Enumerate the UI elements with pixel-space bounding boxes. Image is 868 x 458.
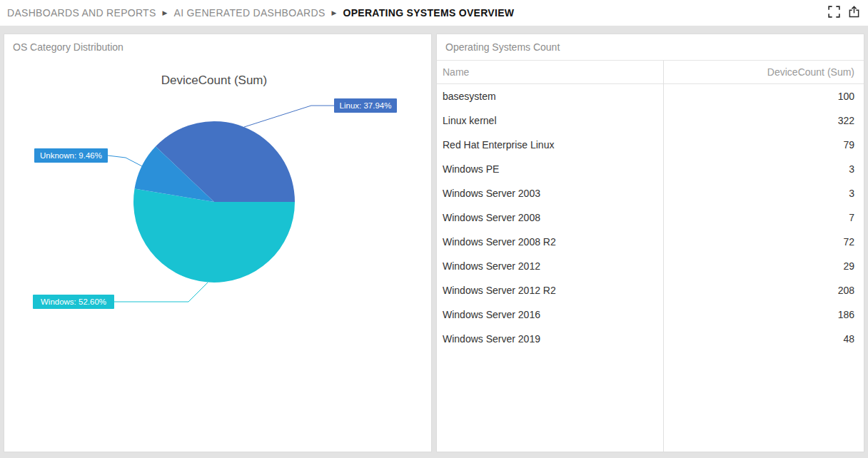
device-count-cell: 72 [663, 236, 864, 248]
breadcrumb-item-operating-systems-overview: OPERATING SYSTEMS OVERVIEW [343, 7, 514, 19]
table-row[interactable]: Linux kernel322 [437, 108, 864, 133]
os-category-distribution-panel: OS Category Distribution DeviceCount (Su… [4, 34, 432, 452]
device-count-cell: 7 [663, 212, 864, 223]
table-row[interactable]: Red Hat Enterprise Linux79 [437, 133, 864, 157]
device-count-cell: 29 [663, 260, 864, 272]
pie-chart-svg: DeviceCount (Sum) Linux: 37.94%Windows: … [4, 56, 431, 452]
table-row[interactable]: basesystem100 [437, 84, 864, 108]
device-count-cell: 208 [663, 285, 864, 296]
export-icon [848, 6, 860, 20]
os-table-body: basesystem100Linux kernel322Red Hat Ente… [437, 84, 864, 351]
breadcrumb-item-dashboards-and-reports[interactable]: DASHBOARDS AND REPORTS [7, 7, 156, 19]
pie-slice-windows[interactable] [133, 189, 295, 283]
table-row[interactable]: Windows Server 201948 [437, 327, 864, 351]
top-bar: DASHBOARDS AND REPORTS ▶ AI GENERATED DA… [0, 0, 868, 26]
device-count-cell: 322 [663, 115, 864, 126]
os-name-cell: Linux kernel [437, 115, 663, 126]
os-name-cell: Windows Server 2008 [437, 212, 663, 223]
pie-label-leader-linux [244, 106, 334, 127]
os-name-cell: Windows Server 2008 R2 [437, 236, 663, 248]
device-count-cell: 3 [663, 163, 864, 175]
os-name-cell: Windows Server 2016 [437, 309, 663, 320]
fullscreen-icon [828, 6, 840, 20]
pie-chart-area: DeviceCount (Sum) Linux: 37.94%Windows: … [4, 56, 431, 452]
breadcrumb-separator-icon: ▶ [332, 9, 337, 16]
table-row[interactable]: Windows Server 20087 [437, 205, 864, 230]
os-name-cell: Red Hat Enterprise Linux [437, 139, 663, 151]
os-name-cell: Windows Server 2012 [437, 260, 663, 272]
device-count-cell: 3 [663, 188, 864, 199]
os-name-cell: Windows PE [437, 163, 663, 175]
os-name-cell: basesystem [437, 91, 663, 102]
column-header-name[interactable]: Name [437, 66, 663, 78]
panel-title: Operating Systems Count [437, 34, 864, 61]
pie-label-leader-unknown [108, 156, 142, 166]
table-header-row: Name DeviceCount (Sum) [437, 61, 864, 84]
table-row[interactable]: Windows Server 20033 [437, 181, 864, 205]
pie-label-text-unknown: Unknown: 9.46% [40, 151, 102, 160]
device-count-cell: 48 [663, 333, 864, 345]
fullscreen-button[interactable] [827, 6, 841, 20]
os-name-cell: Windows Server 2019 [437, 333, 663, 345]
device-count-cell: 100 [663, 91, 864, 102]
table-row[interactable]: Windows Server 2008 R272 [437, 230, 864, 254]
pie-label-text-windows: Windows: 52.60% [41, 297, 106, 306]
column-separator [663, 61, 664, 452]
table-row[interactable]: Windows PE3 [437, 157, 864, 181]
os-name-cell: Windows Server 2003 [437, 188, 663, 199]
pie-label-leader-windows [114, 283, 208, 302]
os-table: Name DeviceCount (Sum) basesystem100Linu… [437, 61, 864, 452]
export-button[interactable] [847, 6, 861, 20]
pie-label-text-linux: Linux: 37.94% [340, 101, 392, 110]
chart-title: DeviceCount (Sum) [161, 73, 267, 87]
operating-systems-count-panel: Operating Systems Count Name DeviceCount… [436, 34, 864, 452]
os-name-cell: Windows Server 2012 R2 [437, 285, 663, 296]
device-count-cell: 79 [663, 139, 864, 151]
table-row[interactable]: Windows Server 2012 R2208 [437, 278, 864, 302]
breadcrumb: DASHBOARDS AND REPORTS ▶ AI GENERATED DA… [7, 7, 514, 19]
column-header-devicecount[interactable]: DeviceCount (Sum) [663, 66, 864, 78]
table-row[interactable]: Windows Server 2016186 [437, 302, 864, 327]
breadcrumb-separator-icon: ▶ [163, 9, 168, 16]
device-count-cell: 186 [663, 309, 864, 320]
breadcrumb-item-ai-generated-dashboards[interactable]: AI GENERATED DASHBOARDS [174, 7, 326, 19]
table-row[interactable]: Windows Server 201229 [437, 254, 864, 278]
